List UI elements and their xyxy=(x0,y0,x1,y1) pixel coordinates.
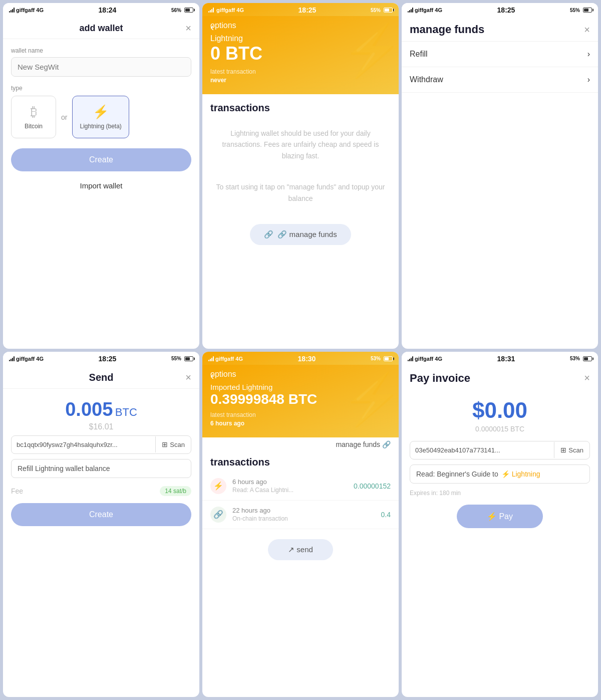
create-tx-button[interactable]: Create xyxy=(11,503,191,526)
battery-fill-5 xyxy=(385,357,389,360)
manage-header: manage funds × xyxy=(402,16,598,42)
network-5: 4G xyxy=(235,356,243,362)
screen-add-wallet: giffgaff 4G 18:24 56% add wallet × walle… xyxy=(3,3,199,349)
empty-wallet-content: transactions Lightning wallet should be … xyxy=(202,94,399,349)
empty-tx-text2-2: To start using it tap on "manage funds" … xyxy=(202,171,399,214)
bitcoin-type-card[interactable]: ₿ Bitcoin xyxy=(11,96,56,138)
status-right-3: 55% xyxy=(570,8,592,13)
status-left-2: giffgaff 4G xyxy=(208,7,244,13)
manage-funds-label: 🔗 manage funds xyxy=(277,230,337,239)
back-button-5[interactable]: ‹ xyxy=(210,370,214,383)
battery-pct-3: 55% xyxy=(570,8,580,13)
tx-item-2[interactable]: 🔗 22 hours ago On-chain transaction 0.4 xyxy=(202,501,399,529)
screen-lightning-empty: giffgaff 4G 18:25 55% ‹ options Lightnin… xyxy=(202,3,399,349)
carrier-2: giffgaff xyxy=(216,7,235,13)
lightning-type-card[interactable]: ⚡ Lightning (beta) xyxy=(72,96,129,138)
manage-menu: Refill › Withdraw › xyxy=(402,42,598,93)
add-wallet-title: add wallet xyxy=(79,23,123,34)
send-amount-section: 0.005 BTC $16.01 xyxy=(3,389,199,435)
tx-info-2: 22 hours ago On-chain transaction xyxy=(232,507,381,522)
import-wallet-button[interactable]: Import wallet xyxy=(11,178,191,193)
scan-label-6: Scan xyxy=(568,446,583,454)
transactions-section-5: transactions ⚡ 6 hours ago Read: A Casa … xyxy=(202,448,399,529)
withdraw-label: Withdraw xyxy=(410,75,443,84)
screen-send: giffgaff 4G 18:25 55% Send × 0.005 BTC $… xyxy=(3,352,199,697)
signal-icon-2 xyxy=(208,8,214,13)
pay-dollar-amount: $0.00 xyxy=(410,398,590,423)
btc-unit: BTC xyxy=(115,406,137,418)
manage-funds-button-2[interactable]: 🔗 🔗 manage funds xyxy=(250,224,351,245)
network-4: 4G xyxy=(36,356,44,362)
network-6: 4G xyxy=(435,356,442,362)
fee-row: Fee 14 sat/b xyxy=(3,483,199,503)
status-right-4: 55% xyxy=(171,356,193,361)
pay-button[interactable]: ⚡ Pay xyxy=(457,505,543,528)
close-button-3[interactable]: × xyxy=(584,24,590,36)
status-left-6: giffgaff 4G xyxy=(408,356,442,362)
scan-invoice-button[interactable]: ⊞ Scan xyxy=(554,442,589,458)
signal-icon-6 xyxy=(408,356,413,361)
create-wallet-button[interactable]: Create xyxy=(11,148,191,171)
close-button-6[interactable]: × xyxy=(584,372,590,384)
scan-icon-6: ⊞ xyxy=(560,446,566,454)
battery-icon-6 xyxy=(583,356,592,361)
fiat-amount: $16.01 xyxy=(11,422,191,431)
lightning-header-5: ‹ options Imported Lightning 0.39999848 … xyxy=(202,365,399,437)
refill-chevron: › xyxy=(587,50,590,59)
signal-icon-4 xyxy=(9,356,15,361)
status-left-1: giffgaff 4G xyxy=(9,7,44,13)
memo-input[interactable] xyxy=(11,459,191,478)
battery-fill-4 xyxy=(185,357,190,360)
back-button-2[interactable]: ‹ xyxy=(210,21,214,34)
description-badge: ⚡ Lightning xyxy=(501,470,540,478)
tx-icon-onchain: 🔗 xyxy=(210,507,226,523)
latest-tx-value-2: never xyxy=(210,77,226,84)
invoice-address-input[interactable] xyxy=(410,441,554,459)
battery-pct-1: 56% xyxy=(171,8,181,13)
network-3: 4G xyxy=(435,7,442,13)
tx-desc-1: Read: A Casa Lightni... xyxy=(232,487,354,494)
battery-fill-6 xyxy=(584,357,588,360)
manage-funds-bar[interactable]: manage funds 🔗 xyxy=(202,437,399,448)
btc-amount-value: 0.005 xyxy=(65,399,113,420)
status-right-5: 53% xyxy=(371,356,393,361)
add-wallet-content: wallet name type ₿ Bitcoin or ⚡ Lightnin… xyxy=(3,39,199,349)
refill-label: Refill xyxy=(410,50,428,59)
battery-fill-2 xyxy=(385,9,389,12)
status-bar-5: giffgaff 4G 18:30 53% xyxy=(202,352,399,365)
wallet-name-input[interactable] xyxy=(11,57,191,77)
battery-icon-4 xyxy=(184,356,193,361)
btc-amount-display: 0.005 BTC xyxy=(11,399,191,420)
description-text: Read: Beginner's Guide to xyxy=(416,470,498,478)
options-button-2[interactable]: options xyxy=(210,21,236,30)
signal-icon-3 xyxy=(408,8,413,13)
address-input[interactable] xyxy=(12,436,155,453)
withdraw-menu-item[interactable]: Withdraw › xyxy=(402,67,598,93)
tx-item-1[interactable]: ⚡ 6 hours ago Read: A Casa Lightni... 0.… xyxy=(202,472,399,501)
tx-amount-2: 0.4 xyxy=(381,511,391,519)
time-2: 18:25 xyxy=(298,6,317,14)
pay-invoice-header: Pay invoice × xyxy=(402,365,598,390)
tx-desc-2: On-chain transaction xyxy=(232,515,381,522)
close-button-1[interactable]: × xyxy=(185,23,191,34)
lightning-icon: ⚡ xyxy=(93,104,109,120)
screen-manage-funds: giffgaff 4G 18:25 55% manage funds × Ref… xyxy=(402,3,598,349)
status-right-6: 53% xyxy=(570,356,592,361)
tx-time-2: 22 hours ago xyxy=(232,507,381,514)
refill-menu-item[interactable]: Refill › xyxy=(402,42,598,67)
add-wallet-header: add wallet × xyxy=(3,16,199,39)
bitcoin-label: Bitcoin xyxy=(25,123,43,130)
send-button-5[interactable]: ↗ send xyxy=(268,539,333,560)
close-button-4[interactable]: × xyxy=(185,372,191,383)
time-4: 18:25 xyxy=(99,355,117,363)
manage-funds-icon: 🔗 xyxy=(264,230,273,239)
options-button-5[interactable]: options xyxy=(210,370,236,379)
carrier-6: giffgaff xyxy=(415,356,433,362)
scan-address-button[interactable]: ⊞ Scan xyxy=(155,436,191,452)
type-options: ₿ Bitcoin or ⚡ Lightning (beta) xyxy=(11,96,191,138)
lightning-bg-icon-2: ⚡ xyxy=(341,21,399,80)
send-header: Send × xyxy=(3,365,199,389)
scan-label-4: Scan xyxy=(170,441,185,448)
tx-info-1: 6 hours ago Read: A Casa Lightni... xyxy=(232,478,354,494)
status-right-2: 55% xyxy=(371,8,393,13)
